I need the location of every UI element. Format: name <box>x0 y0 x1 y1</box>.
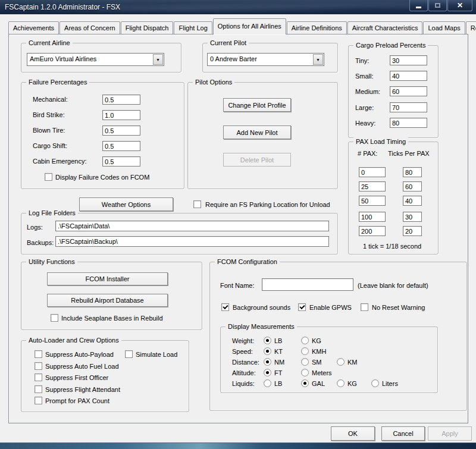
current-pilot-combo[interactable]: 0 Andrew Barter ▼ <box>207 53 324 66</box>
dropdown-arrow-icon[interactable]: ▼ <box>153 54 163 65</box>
failure-cargo-shift-input[interactable] <box>102 141 140 151</box>
backups-path-input[interactable] <box>55 236 329 247</box>
suppress-auto-payload-label: Suppress Auto-Payload <box>45 351 114 359</box>
radio-distance-nm-label: NM <box>274 359 284 366</box>
radio-liquids-lb-label: LB <box>274 380 282 388</box>
ticks-input-5[interactable] <box>403 226 422 236</box>
simulate-load-checkbox[interactable] <box>125 350 133 358</box>
cargo-tiny-input[interactable] <box>390 55 427 65</box>
utility-functions-title: Utility Functions <box>26 258 77 266</box>
close-button[interactable]: ✕ <box>447 0 472 11</box>
radio-speed-kmh[interactable] <box>301 347 309 355</box>
cargo-medium-input[interactable] <box>390 86 427 96</box>
tab-options-for-all-airlines[interactable]: Options for All Airlines <box>213 18 286 34</box>
ticks-input-1[interactable] <box>403 167 422 177</box>
minimize-button[interactable] <box>409 0 428 11</box>
failure-cabin-emergency-label: Cabin Emergency: <box>33 158 87 165</box>
dropdown-arrow-icon[interactable]: ▼ <box>313 54 323 65</box>
logs-label: Logs: <box>27 224 43 231</box>
pax-count-input-3[interactable] <box>359 196 386 206</box>
maximize-icon <box>435 3 440 8</box>
suppress-first-officer-checkbox[interactable] <box>35 373 42 381</box>
cancel-button[interactable]: Cancel <box>381 426 425 441</box>
pax-count-input-4[interactable] <box>359 212 386 222</box>
background-sounds-checkbox[interactable] <box>221 303 229 311</box>
radio-weight-lb[interactable] <box>264 337 271 344</box>
maximize-button[interactable] <box>428 0 447 11</box>
delete-pilot-button[interactable]: Delete Pilot <box>223 153 291 167</box>
suppress-flight-attendant-checkbox[interactable] <box>35 385 42 393</box>
no-reset-warning-checkbox[interactable] <box>361 303 368 311</box>
radio-liquids-liters[interactable] <box>371 379 379 387</box>
enable-gpws-label: Enable GPWS <box>309 304 352 312</box>
radio-liquids-kg[interactable] <box>337 379 345 387</box>
suppress-auto-fuel-load-checkbox[interactable] <box>35 362 42 370</box>
ok-button[interactable]: OK <box>331 426 375 441</box>
radio-liquids-kg-label: KG <box>347 380 357 388</box>
radio-altitude-meters[interactable] <box>301 369 309 376</box>
radio-altitude-ft[interactable] <box>264 369 271 376</box>
enable-gpws-checkbox[interactable] <box>298 303 306 311</box>
logs-path-input[interactable] <box>55 221 329 231</box>
liquids-label: Liquids: <box>232 380 255 388</box>
pax-count-input-5[interactable] <box>359 226 386 236</box>
tab-airline-definitions[interactable]: Airline Definitions <box>287 21 347 34</box>
cargo-large-input[interactable] <box>390 102 427 112</box>
apply-button[interactable]: Apply <box>428 426 472 441</box>
weather-options-button[interactable]: Weather Options <box>79 197 173 211</box>
weight-label: Weight: <box>232 337 254 345</box>
log-file-folders-group: Log File Folders <box>21 213 338 255</box>
suppress-auto-payload-checkbox[interactable] <box>35 350 42 358</box>
current-airline-title: Current Airline <box>26 39 73 47</box>
tab-areas-of-concern[interactable]: Areas of Concern <box>60 21 120 34</box>
include-seaplane-bases-label: Include Seaplane Bases in Rebuild <box>61 315 163 322</box>
include-seaplane-bases-checkbox[interactable] <box>51 314 58 322</box>
radio-distance-km[interactable] <box>337 358 345 366</box>
fcom-configuration-title: FCOM Configuration <box>215 258 280 266</box>
cargo-small-input[interactable] <box>390 71 427 81</box>
pax-count-input-2[interactable] <box>359 181 386 191</box>
radio-speed-kmh-label: KMH <box>312 348 326 356</box>
radio-liquids-liters-label: Liters <box>382 380 398 388</box>
tab-achievements[interactable]: Achievements <box>8 21 59 34</box>
failure-cabin-emergency-input[interactable] <box>102 156 140 167</box>
ticks-input-2[interactable] <box>403 181 422 191</box>
window-controls: ✕ <box>409 0 472 11</box>
pax-count-input-1[interactable] <box>359 167 386 177</box>
fcom-installer-button[interactable]: FCOM Installer <box>47 272 168 285</box>
radio-distance-sm[interactable] <box>301 358 309 366</box>
radio-liquids-gal-label: GAL <box>312 380 325 388</box>
change-pilot-profile-button[interactable]: Change Pilot Profile <box>223 98 291 112</box>
window: FSCaptain 1.2.0 Administrator - FSX ✕ Ac… <box>0 0 476 449</box>
rebuild-airport-database-button[interactable]: Rebuild Airport Database <box>47 294 168 307</box>
radio-weight-lb-label: LB <box>274 337 282 345</box>
failure-bird-strike-input[interactable] <box>102 110 140 120</box>
tab-registration[interactable]: Registration <box>466 21 476 34</box>
require-parking-checkbox[interactable] <box>193 200 201 208</box>
cargo-heavy-input[interactable] <box>390 118 427 128</box>
tab-flight-log[interactable]: Flight Log <box>174 21 212 34</box>
radio-speed-kt[interactable] <box>264 347 271 355</box>
display-failure-codes-label: Display Failure Codes on FCOM <box>55 174 149 181</box>
failure-mechanical-input[interactable] <box>102 95 140 105</box>
display-failure-codes-checkbox[interactable] <box>45 173 52 181</box>
tab-flight-dispatch[interactable]: Flight Dispatch <box>121 21 174 34</box>
radio-weight-kg[interactable] <box>301 337 309 344</box>
radio-liquids-lb[interactable] <box>264 379 271 387</box>
font-name-label: Font Name: <box>220 282 254 290</box>
ticks-input-3[interactable] <box>403 196 422 206</box>
ticks-input-4[interactable] <box>403 212 422 222</box>
radio-distance-nm[interactable] <box>264 358 271 366</box>
add-new-pilot-button[interactable]: Add New Pilot <box>223 125 291 139</box>
failure-blown-tire-input[interactable] <box>102 125 140 136</box>
current-airline-combo[interactable]: AmEuro Virtual Airlines ▼ <box>27 53 164 66</box>
require-parking-label: Require an FS Parking Location for Unloa… <box>205 201 330 209</box>
tab-load-maps[interactable]: Load Maps <box>423 21 465 34</box>
minimize-icon <box>416 7 421 8</box>
prompt-for-pax-count-checkbox[interactable] <box>35 397 42 404</box>
autoloader-title: Auto-Loader and Crew Options <box>26 336 121 344</box>
radio-liquids-gal[interactable] <box>301 379 309 387</box>
tab-aircraft-characteristics[interactable]: Aircraft Characteristics <box>347 21 423 34</box>
font-name-input[interactable] <box>262 278 353 291</box>
altitude-label: Altitude: <box>232 369 256 377</box>
